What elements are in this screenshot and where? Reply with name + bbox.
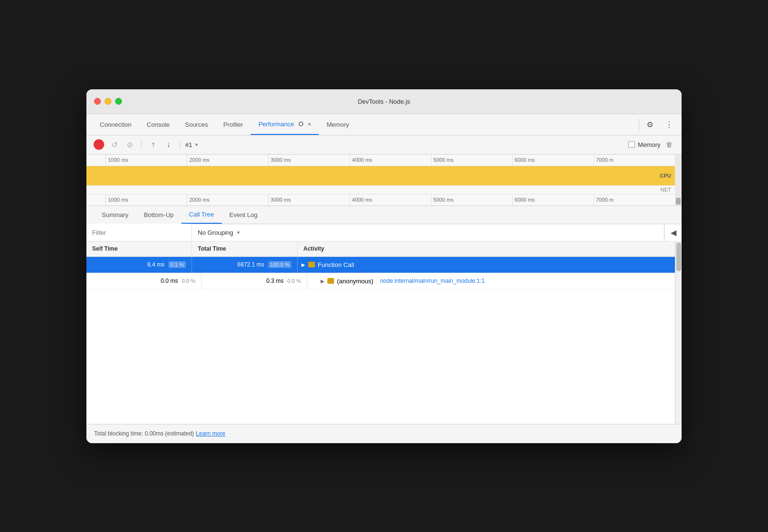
learn-more-link[interactable]: Learn more [196,430,225,437]
activity-name-1: Function Call [318,261,354,268]
table-scrollbar[interactable] [675,242,682,424]
timeline-inner: 1000 ms 2000 ms 3000 ms 4000 ms 5000 ms … [86,155,675,206]
tab-performance[interactable]: Performance × [251,114,319,135]
ruler-bottom-mark-7: 7000 m [594,194,675,206]
nav-right: ⚙ ⋮ [643,118,676,131]
expand-arrow-1[interactable]: ▶ [301,262,305,267]
memory-checkbox-box [628,141,635,148]
upload-button[interactable]: ↑ [146,138,160,151]
timeline-ruler-top: 1000 ms 2000 ms 3000 ms 4000 ms 5000 ms … [86,155,675,166]
total-time-ms-1: 6872.1 ms [238,261,264,268]
toolbar-divider-2 [180,140,180,149]
timeline-ruler-bottom: 1000 ms 2000 ms 3000 ms 4000 ms 5000 ms … [86,194,675,206]
ruler-bottom-mark-2: 2000 ms [187,194,268,206]
table-row[interactable]: 0.0 ms 0.0 % 0.3 ms 0.0 % ▶ (anonymous) … [86,273,675,290]
table-header: Self Time Total Time Activity [86,242,675,257]
traffic-lights [94,98,122,105]
self-time-ms-1: 8.4 ms [147,261,165,268]
maximize-button[interactable] [115,98,122,105]
tab-memory[interactable]: Memory [319,114,357,135]
reload-button[interactable]: ↺ [108,138,121,151]
self-time-pct-1: 0.1 % [168,261,186,268]
ruler-mark-5: 5000 ms [431,155,512,166]
window-title: DevTools - Node.js [358,98,410,105]
tab-summary[interactable]: Summary [94,206,136,224]
close-button[interactable] [94,98,101,105]
toolbar-divider-1 [141,140,142,149]
source-link-2[interactable]: node:internal/main/run_main_module:1:1 [380,278,485,284]
clear-button[interactable]: ⊘ [123,138,136,151]
record-icon [94,139,104,150]
grouping-select[interactable]: No Grouping ▼ [192,224,664,241]
net-label: NET [660,187,671,193]
minimize-button[interactable] [105,98,111,105]
session-dropdown-icon: ▼ [194,142,199,147]
cell-activity-1: ▶ Function Call [298,257,675,273]
title-bar: DevTools - Node.js [86,89,682,114]
nav-bar: Connection Console Sources Profiler Perf… [86,114,682,135]
cell-activity-2: ▶ (anonymous) node:internal/main/run_mai… [307,273,675,289]
cpu-row[interactable]: CPU [86,166,675,185]
net-row: NET [86,185,675,194]
trash-icon: 🗑 [666,141,672,148]
timeline-scrollbar[interactable] [675,155,682,206]
table-inner: Self Time Total Time Activity 8.4 ms 0.1… [86,242,675,424]
session-select[interactable]: #1 ▼ [185,141,199,148]
more-button[interactable]: ⋮ [662,118,676,131]
performance-pin-icon [298,121,304,127]
svg-point-0 [299,122,303,126]
ruler-mark-2: 2000 ms [187,155,268,166]
cell-total-time-1: 6872.1 ms 100.0 % [192,257,298,273]
cell-self-time-2: 0.0 ms 0.0 % [96,273,202,289]
total-time-pct-2: 0.0 % [288,278,301,284]
ruler-mark-6: 6000 ms [512,155,593,166]
self-time-ms-2: 0.0 ms [161,278,178,284]
download-button[interactable]: ↓ [162,138,175,151]
timeline-with-scroll: 1000 ms 2000 ms 3000 ms 4000 ms 5000 ms … [86,155,682,206]
timeline-scroll-thumb[interactable] [676,198,681,205]
tab-event-log[interactable]: Event Log [222,206,265,224]
filter-row: No Grouping ▼ ◀ [86,224,682,242]
folder-icon-2 [327,278,334,284]
ruler-mark-1: 1000 ms [106,155,187,166]
tab-bottom-up[interactable]: Bottom-Up [136,206,181,224]
grouping-dropdown-icon: ▼ [236,230,241,235]
tab-console[interactable]: Console [139,114,178,135]
ruler-mark-0 [86,155,106,166]
memory-checkbox[interactable]: Memory [628,141,660,148]
tab-call-tree[interactable]: Call Tree [181,206,222,224]
timeline-container: 1000 ms 2000 ms 3000 ms 4000 ms 5000 ms … [86,155,682,206]
tab-sources[interactable]: Sources [177,114,216,135]
ruler-bottom-mark-3: 3000 ms [268,194,349,206]
cpu-label: CPU [660,173,671,179]
nav-tabs: Connection Console Sources Profiler Perf… [92,114,635,135]
total-time-pct-1: 100.0 % [268,261,291,268]
tab-connection[interactable]: Connection [92,114,139,135]
toolbar: ↺ ⊘ ↑ ↓ #1 ▼ Memory 🗑 [86,135,682,155]
header-activity: Activity [298,242,675,256]
activity-name-2: (anonymous) [337,278,373,285]
cell-self-time-1: 8.4 ms 0.1 % [86,257,192,273]
record-button[interactable] [92,138,106,151]
performance-close-icon[interactable]: × [308,121,312,128]
filter-input[interactable] [86,224,192,241]
ruler-bottom-mark-5: 5000 ms [431,194,512,206]
table-area: Self Time Total Time Activity 8.4 ms 0.1… [86,242,682,424]
tab-profiler[interactable]: Profiler [216,114,251,135]
footer: Total blocking time: 0.00ms (estimated) … [86,424,682,443]
scroll-thumb[interactable] [676,242,681,271]
ruler-bottom-mark-1: 1000 ms [106,194,187,206]
upload-icon: ↑ [151,140,155,149]
header-total-time: Total Time [192,242,298,256]
devtools-window: DevTools - Node.js Connection Console So… [86,89,682,443]
footer-text: Total blocking time: 0.00ms (estimated) [94,430,194,437]
ruler-mark-7: 7000 m [594,155,675,166]
ruler-mark-3: 3000 ms [268,155,349,166]
clear-icon: ⊘ [127,140,133,149]
table-row[interactable]: 8.4 ms 0.1 % 6872.1 ms 100.0 % ▶ Functio… [86,257,675,273]
panel-collapse-button[interactable]: ◀ [664,224,682,241]
settings-button[interactable]: ⚙ [643,118,657,131]
clear-recordings-button[interactable]: 🗑 [662,138,676,151]
ruler-bottom-mark-4: 4000 ms [349,194,431,206]
expand-arrow-2[interactable]: ▶ [321,278,324,284]
